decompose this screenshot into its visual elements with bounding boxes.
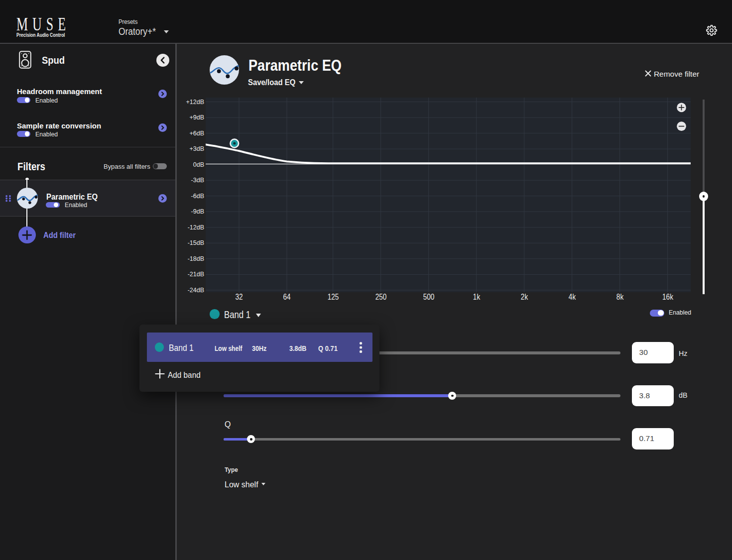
svg-text:Precision Audio Control: Precision Audio Control bbox=[16, 32, 65, 38]
svg-text:MUSE: MUSE bbox=[16, 13, 70, 34]
